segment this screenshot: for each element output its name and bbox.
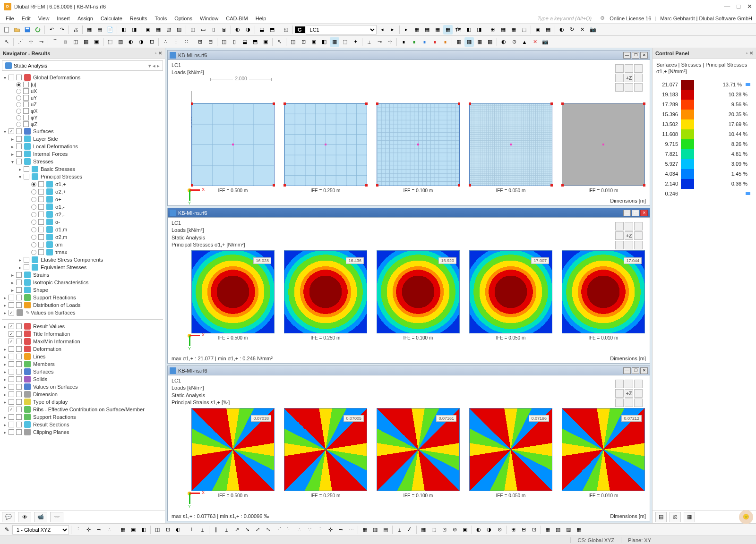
tool-icon[interactable]: ▤ [381,525,390,535]
tool-icon[interactable]: ◐ [474,525,483,535]
tool-icon[interactable]: ▦ [464,37,474,47]
tool-icon[interactable]: ✕ [578,25,587,34]
tool-icon[interactable]: ∎ [409,37,419,47]
tool-icon[interactable]: ◑ [137,37,146,47]
tree-global-deformations[interactable]: ▾Global Deformations [0,74,165,81]
tool-icon[interactable]: ∎ [399,37,408,47]
eye-icon[interactable]: 👁 [18,512,31,522]
edit-icon[interactable]: 〰 [50,512,63,522]
tool-icon[interactable]: ↗ [232,525,241,535]
tool-icon[interactable]: ⊞ [488,25,498,34]
tree-item[interactable]: αm [0,241,165,248]
tool-icon[interactable]: ▣ [129,525,138,535]
tool-icon[interactable]: ▦ [543,25,553,34]
tool-icon[interactable]: ⊙ [495,525,504,535]
prev-icon[interactable]: ◂ [378,25,387,34]
tool-icon[interactable]: ▦ [574,525,584,535]
tool-icon[interactable]: ⋮ [171,37,180,47]
tool-icon[interactable]: ⟂ [364,37,374,47]
tool-icon[interactable]: ◐ [233,25,242,34]
cursor-icon[interactable]: ↖ [2,37,11,47]
next-icon[interactable]: ▸ [388,25,397,34]
tool-icon[interactable]: ↘ [242,525,252,535]
menu-assign[interactable]: Assign [74,15,97,22]
tool-icon[interactable]: ⊡ [299,37,308,47]
cp-button[interactable]: ▦ [684,512,695,522]
tool-icon[interactable]: ◧ [319,37,329,47]
tool-icon[interactable]: ▨ [564,525,573,535]
tool-icon[interactable]: ◧ [464,25,473,34]
tool-icon[interactable]: ⊞ [195,37,205,47]
tool-icon[interactable]: ⋯ [346,525,356,535]
restore-icon[interactable]: ❐ [632,210,639,216]
tree-item[interactable]: ▸Values on Surfaces [0,383,165,391]
tool-icon[interactable]: ∴ [161,37,170,47]
tool-icon[interactable]: ⤢ [253,525,262,535]
tool-icon[interactable]: ⊡ [529,525,539,535]
tool-icon[interactable]: ✎ [2,525,11,535]
tool-icon[interactable]: ⊡ [439,525,449,535]
menu-cad-bim[interactable]: CAD-BIM [222,15,251,22]
tool-icon[interactable]: ∎ [420,37,429,47]
restore-icon[interactable]: ❐ [632,52,639,59]
tool-icon[interactable]: ▣ [533,25,542,34]
tool-icon[interactable]: ⊹ [326,525,335,535]
cp-button[interactable]: ⚖ [670,512,681,522]
minimize-icon[interactable]: — [623,210,631,216]
tool-icon[interactable]: ⊸ [94,525,103,535]
tool-icon[interactable]: ▨ [174,25,184,34]
tool-icon[interactable]: ⤡ [263,525,273,535]
tool-icon[interactable]: ◐ [126,37,136,47]
menu-file[interactable]: File [2,15,18,22]
tool-icon[interactable]: ▥ [370,525,380,535]
tree-item[interactable]: ▸Strains [0,271,165,279]
tool-icon[interactable]: ◧ [119,25,129,34]
tool-icon[interactable]: ⬓ [240,37,249,47]
tree-item[interactable]: ▸✎Values on Surfaces [0,309,165,316]
tool-icon[interactable]: ◐ [557,25,567,34]
tree-item[interactable]: ▸Result Sections [0,421,165,428]
camera-icon[interactable]: 📷 [588,25,598,34]
camera-icon[interactable]: 📹 [34,512,47,522]
tool-icon[interactable]: ⧈ [60,37,70,47]
tree-item[interactable]: α- [0,218,165,226]
tree-item[interactable]: φZ [0,121,165,128]
tool-icon[interactable]: ⬚ [105,37,115,47]
tool-icon[interactable]: ✦ [351,37,360,47]
keyword-search[interactable]: Type a keyword (Alt+Q) [537,16,597,21]
tool-icon[interactable]: ⋮ [73,525,83,535]
tree-item[interactable]: σ2,- [0,211,165,218]
tool-icon[interactable]: 📄 [105,25,115,34]
tool-icon[interactable]: ▦ [330,37,339,47]
menu-help[interactable]: Help [252,15,270,22]
tool-icon[interactable]: ▦ [85,25,94,34]
menu-insert[interactable]: Insert [53,15,74,22]
tool-icon[interactable]: ▦ [419,525,428,535]
tool-icon[interactable]: ▦ [543,525,552,535]
tool-icon[interactable]: ◨ [474,25,484,34]
tree-item[interactable]: φX [0,108,165,114]
loadcase-select[interactable]: LC1 [306,25,377,34]
tree-principal-stresses[interactable]: ▾Principal Stresses [0,173,165,180]
tool-icon[interactable]: ▣ [309,37,318,47]
tool-icon[interactable]: ∥ [211,525,221,535]
tool-icon[interactable]: ▧ [553,525,563,535]
tool-icon[interactable]: ⊞ [508,525,518,535]
save-icon[interactable] [23,25,32,34]
tool-icon[interactable]: ▸ [402,25,411,34]
tree-item[interactable]: σ1,- [0,203,165,211]
tool-icon[interactable]: ⟂ [395,525,404,535]
tool-icon[interactable]: ⌒ [50,37,60,47]
menu-edit[interactable]: Edit [18,15,34,22]
tree-item[interactable]: ▸Shape [0,286,165,294]
tool-icon[interactable]: ◫ [219,37,229,47]
tool-icon[interactable]: ⬚ [519,25,529,34]
tool-icon[interactable]: ⊡ [163,525,172,535]
close-icon[interactable]: ✕ [640,367,648,374]
tool-icon[interactable]: ▦ [509,25,518,34]
chat-icon[interactable]: 💬 [2,512,15,522]
tree-item[interactable]: Title Information [0,330,165,338]
tool-icon[interactable]: ⊸ [36,37,46,47]
tool-icon[interactable]: ↖ [275,37,284,47]
close-icon[interactable]: ✕ [749,51,753,56]
